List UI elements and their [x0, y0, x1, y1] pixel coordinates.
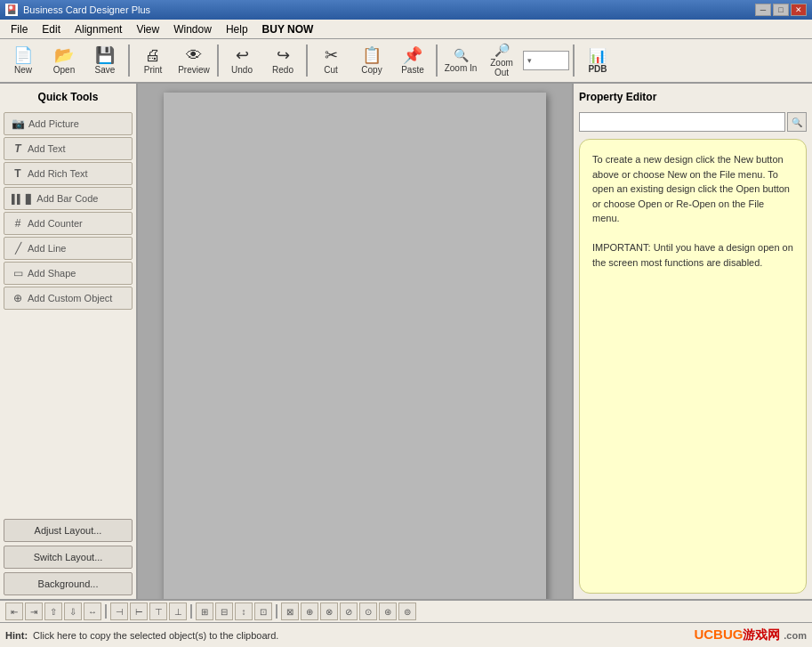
add-counter-button[interactable]: # Add Counter: [4, 212, 133, 235]
bt-btn-9[interactable]: ⊥: [169, 603, 187, 620]
bt-icon-18: ⊙: [365, 607, 372, 617]
menu-bar: File Edit Alignment View Window Help BUY…: [0, 20, 812, 39]
redo-button[interactable]: ↪ Redo: [263, 41, 302, 80]
bt-btn-12[interactable]: ↕: [235, 603, 253, 620]
background-button[interactable]: Background...: [4, 572, 133, 595]
menu-window[interactable]: Window: [166, 21, 219, 37]
menu-help[interactable]: Help: [219, 21, 255, 37]
cut-button[interactable]: ✂ Cut: [311, 41, 350, 80]
bt-icon-13: ⊡: [260, 607, 267, 617]
custom-object-icon: ⊕: [12, 292, 24, 304]
add-bar-code-button[interactable]: ▌▌▐▌ Add Bar Code: [4, 187, 133, 210]
preview-button[interactable]: 👁 Preview: [174, 41, 213, 80]
preview-label: Preview: [178, 65, 210, 75]
quick-tools-panel: Quick Tools 📷 Add Picture T Add Text T A…: [0, 84, 138, 599]
undo-button[interactable]: ↩ Undo: [222, 41, 261, 80]
close-button[interactable]: ✕: [791, 4, 807, 16]
bt-icon-8: ⊤: [155, 607, 163, 617]
ucbug-logo-cn: 游戏网: [743, 627, 780, 642]
bt-btn-7[interactable]: ⊢: [130, 603, 148, 620]
bt-btn-14[interactable]: ⊠: [281, 603, 299, 620]
bt-btn-3[interactable]: ⇧: [44, 603, 62, 620]
copy-button[interactable]: 📋 Copy: [352, 41, 391, 80]
bt-icon-3: ⇧: [50, 607, 57, 617]
bt-icon-5: ↔: [88, 607, 97, 617]
bt-btn-8[interactable]: ⊤: [149, 603, 167, 620]
add-picture-label: Add Picture: [28, 118, 79, 129]
hint-label: Hint:: [5, 630, 28, 641]
toolbar: 📄 New 📂 Open 💾 Save 🖨 Print 👁 Preview ↩ …: [0, 39, 812, 84]
bottom-toolbar: ⇤ ⇥ ⇧ ⇩ ↔ ⊣ ⊢ ⊤ ⊥ ⊞ ⊟ ↕ ⊡ ⊠ ⊕ ⊗ ⊘ ⊙ ⊛ ⊚: [0, 599, 812, 622]
property-search-input[interactable]: [579, 112, 785, 132]
menu-buy-now[interactable]: BUY NOW: [255, 21, 321, 37]
bt-btn-5[interactable]: ↔: [84, 603, 101, 620]
open-button[interactable]: 📂 Open: [44, 41, 84, 80]
bt-btn-2[interactable]: ⇥: [25, 603, 43, 620]
menu-file[interactable]: File: [4, 21, 35, 37]
ucbug-logo-sub: .com: [784, 630, 807, 641]
bt-btn-1[interactable]: ⇤: [5, 603, 23, 620]
new-button[interactable]: 📄 New: [4, 41, 43, 80]
bt-btn-20[interactable]: ⊚: [398, 603, 416, 620]
canvas-area: [138, 84, 572, 599]
bt-sep-1: [105, 604, 107, 619]
toolbar-sep-5: [573, 44, 575, 77]
pdb-button[interactable]: 📊 PDB: [578, 41, 617, 80]
zoom-dropdown[interactable]: [523, 51, 569, 70]
save-button[interactable]: 💾 Save: [85, 41, 125, 80]
print-label: Print: [144, 65, 163, 75]
add-text-button[interactable]: T Add Text: [4, 137, 133, 160]
bt-icon-11: ⊟: [221, 607, 228, 617]
window-controls: ─ □ ✕: [755, 4, 807, 16]
adjust-layout-button[interactable]: Adjust Layout...: [4, 519, 133, 542]
picture-icon: 📷: [12, 117, 25, 130]
add-line-button[interactable]: ╱ Add Line: [4, 237, 133, 260]
bt-btn-11[interactable]: ⊟: [215, 603, 233, 620]
bt-icon-2: ⇥: [30, 607, 37, 617]
shape-icon: ▭: [12, 267, 24, 279]
bt-icon-7: ⊢: [135, 607, 143, 617]
property-search-button[interactable]: 🔍: [787, 112, 807, 132]
switch-layout-button[interactable]: Switch Layout...: [4, 546, 133, 569]
line-icon: ╱: [12, 242, 24, 255]
app-title: Business Card Designer Plus: [23, 4, 755, 15]
bt-btn-15[interactable]: ⊕: [301, 603, 318, 620]
switch-layout-label: Switch Layout...: [34, 552, 103, 562]
bt-icon-9: ⊥: [174, 607, 182, 617]
bt-btn-10[interactable]: ⊞: [196, 603, 213, 620]
toolbar-sep-3: [306, 44, 308, 77]
add-shape-label: Add Shape: [28, 268, 76, 279]
menu-alignment[interactable]: Alignment: [68, 21, 129, 37]
bt-btn-4[interactable]: ⇩: [64, 603, 82, 620]
paste-icon: 📌: [403, 47, 422, 63]
add-rich-text-button[interactable]: T Add Rich Text: [4, 162, 133, 185]
bt-btn-6[interactable]: ⊣: [110, 603, 128, 620]
bt-btn-16[interactable]: ⊗: [320, 603, 338, 620]
add-counter-label: Add Counter: [28, 218, 83, 229]
new-icon: 📄: [13, 47, 33, 63]
menu-view[interactable]: View: [129, 21, 166, 37]
cut-icon: ✂: [325, 47, 338, 63]
paste-button[interactable]: 📌 Paste: [393, 41, 432, 80]
open-icon: 📂: [54, 47, 74, 63]
info-text-1: To create a new design click the New but…: [592, 152, 793, 226]
add-shape-button[interactable]: ▭ Add Shape: [4, 262, 133, 285]
minimize-button[interactable]: ─: [755, 4, 771, 16]
redo-label: Redo: [272, 65, 293, 75]
maximize-button[interactable]: □: [773, 4, 789, 16]
text-icon: T: [12, 142, 24, 155]
add-picture-button[interactable]: 📷 Add Picture: [4, 112, 133, 135]
bt-icon-14: ⊠: [286, 607, 293, 617]
bt-btn-18[interactable]: ⊙: [359, 603, 377, 620]
print-button[interactable]: 🖨 Print: [133, 41, 173, 80]
zoom-out-button[interactable]: 🔎 Zoom Out: [482, 41, 521, 80]
property-editor-title: Property Editor: [579, 89, 807, 109]
zoom-in-button[interactable]: 🔍 Zoom In: [441, 41, 480, 80]
bt-btn-19[interactable]: ⊛: [379, 603, 397, 620]
menu-edit[interactable]: Edit: [35, 21, 68, 37]
property-info-box: To create a new design click the New but…: [579, 139, 807, 594]
bt-icon-17: ⊘: [345, 607, 352, 617]
bt-btn-13[interactable]: ⊡: [254, 603, 272, 620]
add-custom-object-button[interactable]: ⊕ Add Custom Object: [4, 287, 133, 310]
bt-btn-17[interactable]: ⊘: [340, 603, 358, 620]
